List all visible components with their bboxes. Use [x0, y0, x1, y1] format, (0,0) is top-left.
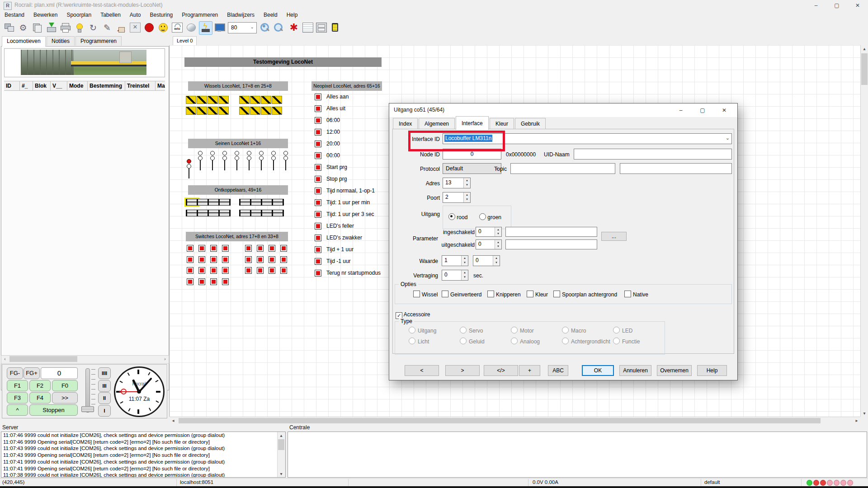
decoupler-symbol[interactable]: [261, 199, 273, 206]
dialog-button[interactable]: ABC: [548, 365, 568, 376]
output-button-icon[interactable]: [315, 258, 321, 265]
signal-symbol[interactable]: [197, 151, 203, 172]
checkbox-icon[interactable]: [413, 291, 420, 297]
brake-step-button[interactable]: I: [98, 405, 111, 417]
switch-button-icon[interactable]: [222, 245, 229, 252]
brake-step-button[interactable]: III: [98, 380, 111, 392]
scroll-down-icon[interactable]: ▾: [861, 410, 868, 417]
turnout-symbol[interactable]: [250, 96, 260, 104]
type-radio[interactable]: Geluid: [460, 338, 511, 345]
checkbox-icon[interactable]: [527, 291, 533, 297]
turnout-symbol[interactable]: [186, 107, 196, 115]
menu-item[interactable]: Programmeren: [177, 11, 222, 20]
switch-button-icon[interactable]: [187, 245, 193, 252]
param-off-spinner[interactable]: 0 ▲▼: [476, 239, 502, 249]
turnout-symbol[interactable]: [186, 96, 196, 104]
decoupler-symbol[interactable]: [239, 199, 251, 206]
tab-level-0[interactable]: Level 0: [173, 36, 197, 45]
table-header-cell[interactable]: V__: [51, 81, 67, 90]
menu-item[interactable]: Beeld: [259, 11, 282, 20]
switch-button-icon[interactable]: [245, 256, 252, 263]
locomotive-table[interactable]: ID#_BlokV__ModeBestemmingTreinstelMaatsc…: [4, 81, 165, 380]
turnout-symbol[interactable]: [239, 107, 250, 115]
menu-item[interactable]: Auto: [125, 11, 146, 20]
wio-icon[interactable]: wio: [171, 21, 184, 34]
settings-gears-icon[interactable]: ⚙: [17, 21, 29, 34]
turnout-symbol[interactable]: [208, 96, 218, 104]
output-button-icon[interactable]: [315, 117, 321, 124]
groen-radio[interactable]: groen: [479, 213, 501, 221]
world-icon[interactable]: [185, 21, 198, 34]
adres-spinner[interactable]: 13 ▲▼: [443, 178, 471, 188]
checkbox-icon[interactable]: [553, 291, 560, 297]
table-header-cell[interactable]: ID: [4, 81, 20, 90]
next-functions-button[interactable]: >>: [52, 392, 78, 404]
switch-button-icon[interactable]: [269, 245, 275, 252]
table-header-cell[interactable]: Blok: [33, 81, 51, 90]
switch-button-icon[interactable]: [269, 256, 275, 263]
radio-icon[interactable]: [460, 327, 467, 333]
param-on-field[interactable]: [505, 227, 597, 237]
decoupler-symbol[interactable]: [186, 199, 198, 206]
radio-icon[interactable]: [562, 338, 569, 344]
option-checkbox[interactable]: Kleur: [527, 291, 548, 298]
stop-icon[interactable]: [143, 21, 156, 34]
topic-field[interactable]: [510, 163, 615, 174]
analog-clock[interactable]: Rocrail 11:07 Za: [114, 366, 165, 417]
type-radio[interactable]: Achtergrondlicht: [562, 338, 613, 345]
decoupler-symbol[interactable]: [250, 210, 262, 216]
edit-pencil-icon[interactable]: ✎: [101, 21, 113, 34]
turnout-symbol[interactable]: [261, 96, 271, 104]
option-checkbox[interactable]: Wissel: [413, 291, 438, 298]
fg-minus-button[interactable]: FG-: [7, 367, 23, 379]
output-button-icon[interactable]: [315, 164, 321, 171]
output-button-icon[interactable]: [315, 152, 321, 159]
decoupler-symbol[interactable]: [250, 199, 262, 206]
brake-step-button[interactable]: IIII: [98, 367, 111, 379]
option-checkbox[interactable]: Spoorplan achtergrond: [553, 291, 617, 298]
direction-button[interactable]: ^: [7, 404, 28, 416]
param-browse-button[interactable]: ...: [601, 232, 627, 241]
switch-button-icon[interactable]: [187, 278, 193, 285]
decoupler-symbol[interactable]: [197, 210, 209, 216]
decoupler-symbol[interactable]: [197, 199, 209, 206]
centrale-panel[interactable]: [288, 432, 867, 478]
switch-button-icon[interactable]: [257, 256, 264, 263]
window-maximize-button[interactable]: ▢: [826, 0, 847, 11]
plan-vscrollbar[interactable]: ▴ ▾: [860, 45, 868, 417]
switch-button-icon[interactable]: [280, 267, 287, 274]
turnout-symbol[interactable]: [250, 107, 260, 115]
dialog-minimize-button[interactable]: –: [670, 103, 691, 117]
zoom-in-icon[interactable]: +: [259, 21, 271, 34]
switch-button-icon[interactable]: [198, 267, 205, 274]
output-button-icon[interactable]: [315, 270, 321, 277]
left-panel-tab[interactable]: Notities: [47, 36, 75, 46]
tip-lamp-icon[interactable]: [73, 21, 85, 34]
dialog-tab[interactable]: Algemeen: [419, 118, 455, 130]
type-radio[interactable]: Macro: [562, 327, 613, 334]
radio-icon[interactable]: [409, 327, 415, 333]
spin-down-icon[interactable]: ▼: [464, 197, 470, 202]
output-button-icon[interactable]: [315, 188, 321, 194]
switch-button-icon[interactable]: [222, 267, 229, 274]
switch-button-icon[interactable]: [187, 267, 193, 274]
output-button-icon[interactable]: [315, 141, 321, 147]
switch-button-icon[interactable]: [198, 256, 205, 263]
dialog-button[interactable]: +: [519, 365, 540, 376]
left-panel-tab[interactable]: Programmeren: [75, 36, 122, 46]
switch-button-icon[interactable]: [245, 267, 252, 274]
radio-icon[interactable]: [613, 338, 620, 344]
type-radio[interactable]: Servo: [460, 327, 511, 334]
dialog-button[interactable]: OK: [582, 365, 614, 376]
switch-button-icon[interactable]: [280, 245, 287, 252]
scroll-up-icon[interactable]: ▴: [278, 432, 285, 439]
throttle-slider-thumb[interactable]: [81, 406, 94, 412]
spin-down-icon[interactable]: ▼: [495, 232, 501, 236]
track-power-icon[interactable]: ϟ: [199, 21, 212, 35]
menu-item[interactable]: Spoorplan: [62, 11, 96, 20]
switch-button-icon[interactable]: [198, 278, 205, 285]
copy-icon[interactable]: [31, 21, 43, 34]
clipboard-note-icon[interactable]: [329, 21, 342, 34]
turnout-symbol[interactable]: [239, 96, 250, 104]
type-radio[interactable]: Licht: [409, 338, 460, 345]
